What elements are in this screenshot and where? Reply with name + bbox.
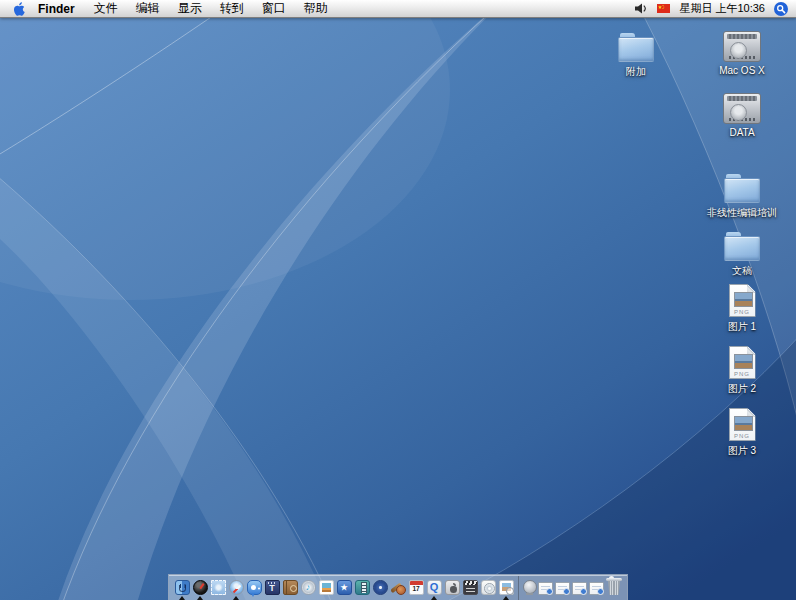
minimized-window-4[interactable]	[589, 575, 604, 600]
dock-mail-icon[interactable]	[209, 575, 227, 600]
menu-edit[interactable]: 编辑	[127, 0, 169, 17]
desktop-icon-picture-2[interactable]: PNG 图片 2	[692, 343, 792, 396]
desktop-icon-label: Mac OS X	[719, 65, 765, 76]
desktop-icon-picture-1[interactable]: PNG 图片 1	[692, 281, 792, 334]
dock-idvd-icon[interactable]	[371, 575, 389, 600]
spotlight-icon[interactable]	[774, 0, 788, 17]
minimized-window-3[interactable]	[572, 575, 587, 600]
menu-help[interactable]: 帮助	[295, 0, 337, 17]
png-file-icon: PNG	[729, 346, 756, 379]
dock-clapperboard-icon[interactable]	[461, 575, 479, 600]
desktop-icon-macosx-drive[interactable]: Mac OS X	[692, 26, 792, 76]
desktop-icon-attached-folder[interactable]: 附加	[586, 26, 686, 79]
desktop-screen: Finder 文件 编辑 显示 转到 窗口 帮助	[0, 0, 796, 600]
desktop-icon-label: DATA	[729, 127, 754, 138]
dock-t-notebook-app-icon[interactable]: T	[263, 575, 281, 600]
desktop-icon-picture-3[interactable]: PNG 图片 3	[692, 405, 792, 458]
desktop-icon-label: 图片 2	[728, 382, 756, 396]
desktop-icon-label: 图片 3	[728, 444, 756, 458]
dock-dashboard-icon[interactable]	[191, 575, 209, 600]
dock-separator	[518, 576, 519, 600]
png-file-icon: PNG	[729, 408, 756, 441]
dock-garageband-icon[interactable]	[389, 575, 407, 600]
active-app-menu[interactable]: Finder	[34, 2, 85, 16]
dock-safari-icon[interactable]	[227, 575, 245, 600]
folder-icon	[724, 232, 760, 261]
dock-itunes-icon[interactable]: ♪	[299, 575, 317, 600]
menu-window[interactable]: 窗口	[253, 0, 295, 17]
apple-logo-icon	[13, 2, 25, 16]
dock-video-editor-icon[interactable]	[353, 575, 371, 600]
desktop-icon-label: 文稿	[732, 264, 752, 278]
menu-bar: Finder 文件 编辑 显示 转到 窗口 帮助	[0, 0, 796, 18]
running-indicator	[197, 596, 203, 600]
desktop-icon-data-drive[interactable]: DATA	[692, 88, 792, 138]
desktop-icon-label: 附加	[626, 65, 646, 79]
dock-ichat-icon[interactable]	[245, 575, 263, 600]
menu-view[interactable]: 显示	[169, 0, 211, 17]
desktop-icon-nle-training-folder[interactable]: 非线性编辑培训	[692, 167, 792, 220]
aqua-blue-wallpaper	[0, 0, 796, 600]
menu-file[interactable]: 文件	[85, 0, 127, 17]
running-indicator	[233, 596, 239, 600]
folder-icon	[724, 174, 760, 203]
png-file-icon: PNG	[729, 284, 756, 317]
dock-ical-icon[interactable]: 17	[407, 575, 425, 600]
running-indicator	[431, 596, 437, 600]
dock-iphoto-icon[interactable]	[317, 575, 335, 600]
menu-bar-clock[interactable]: 星期日 上午10:36	[679, 1, 765, 16]
dock-toast-burn-icon[interactable]	[479, 575, 497, 600]
apple-menu[interactable]	[8, 0, 34, 17]
desktop-icon-documents-folder[interactable]: 文稿	[692, 225, 792, 278]
dock-quicktime-icon[interactable]: Q	[425, 575, 443, 600]
input-method-flag-cn-icon[interactable]	[657, 0, 670, 17]
dock-imovie-icon[interactable]: ★	[335, 575, 353, 600]
dock-address-book-icon[interactable]	[281, 575, 299, 600]
menu-go[interactable]: 转到	[211, 0, 253, 17]
hard-drive-icon	[723, 93, 761, 124]
minimized-window-1[interactable]	[538, 575, 553, 600]
dock: T ♪ ★ 17 Q	[168, 574, 628, 600]
running-indicator	[179, 596, 185, 600]
dock-system-preferences-icon[interactable]	[443, 575, 461, 600]
dock-preview-icon[interactable]	[497, 575, 515, 600]
hard-drive-icon	[723, 31, 761, 62]
folder-icon	[618, 33, 654, 62]
volume-icon[interactable]	[634, 0, 648, 17]
dock-trash-icon[interactable]	[606, 575, 622, 600]
desktop-icon-label: 非线性编辑培训	[707, 206, 777, 220]
dock-finder-icon[interactable]	[173, 575, 191, 600]
dock-gauge-widget-icon[interactable]	[523, 575, 536, 600]
desktop-icon-label: 图片 1	[728, 320, 756, 334]
minimized-window-2[interactable]	[555, 575, 570, 600]
running-indicator	[503, 596, 509, 600]
